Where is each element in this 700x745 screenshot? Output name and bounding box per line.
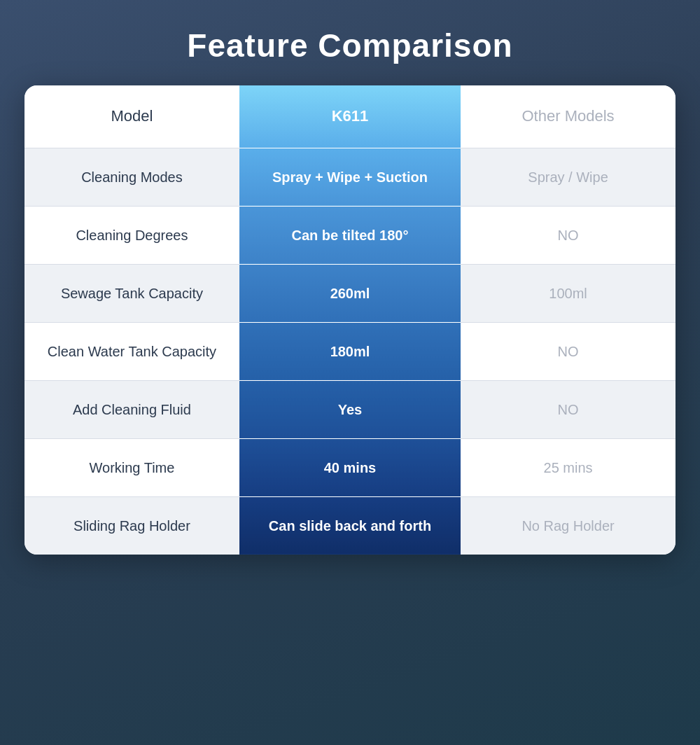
feature-working-time: Working Time [24,438,239,496]
table-row: Cleaning Modes Spray + Wipe + Suction Sp… [24,148,676,206]
table-row: Working Time 40 mins 25 mins [24,438,676,496]
header-other-label: Other Models [461,85,676,148]
k611-cleaning-modes: Spray + Wipe + Suction [239,148,461,206]
other-sliding-rag-holder: No Rag Holder [461,496,676,555]
k611-clean-water-tank: 180ml [239,322,461,380]
table-row: Add Cleaning Fluid Yes NO [24,380,676,438]
feature-sliding-rag-holder: Sliding Rag Holder [24,496,239,555]
other-working-time: 25 mins [461,438,676,496]
header-k611-label: K611 [239,85,461,148]
table-row: Sewage Tank Capacity 260ml 100ml [24,264,676,322]
other-clean-water-tank: NO [461,322,676,380]
k611-sliding-rag-holder: Can slide back and forth [239,496,461,555]
other-add-cleaning-fluid: NO [461,380,676,438]
k611-cleaning-degrees: Can be tilted 180° [239,206,461,264]
k611-sewage-tank: 260ml [239,264,461,322]
table-row: Sliding Rag Holder Can slide back and fo… [24,496,676,555]
table-row: Clean Water Tank Capacity 180ml NO [24,322,676,380]
feature-clean-water-tank: Clean Water Tank Capacity [24,322,239,380]
k611-add-cleaning-fluid: Yes [239,380,461,438]
other-cleaning-degrees: NO [461,206,676,264]
comparison-table-wrapper: Model K611 Other Models Cleaning Modes S… [24,85,676,555]
k611-working-time: 40 mins [239,438,461,496]
comparison-table: Model K611 Other Models Cleaning Modes S… [24,85,676,555]
feature-add-cleaning-fluid: Add Cleaning Fluid [24,380,239,438]
table-row: Cleaning Degrees Can be tilted 180° NO [24,206,676,264]
other-cleaning-modes: Spray / Wipe [461,148,676,206]
feature-cleaning-modes: Cleaning Modes [24,148,239,206]
header-feature-label: Model [24,85,239,148]
table-header-row: Model K611 Other Models [24,85,676,148]
page-title: Feature Comparison [187,27,512,64]
other-sewage-tank: 100ml [461,264,676,322]
feature-cleaning-degrees: Cleaning Degrees [24,206,239,264]
feature-sewage-tank: Sewage Tank Capacity [24,264,239,322]
